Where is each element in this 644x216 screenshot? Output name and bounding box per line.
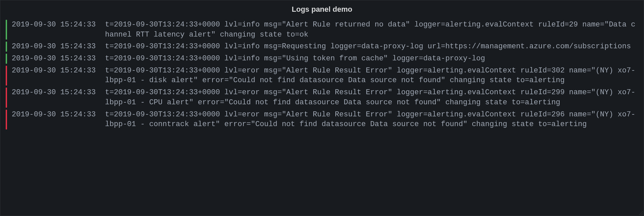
log-timestamp: 2019-09-30 15:24:33	[12, 20, 105, 30]
log-row[interactable]: 2019-09-30 15:24:33 t=2019-09-30T13:24:3…	[6, 110, 638, 129]
log-row[interactable]: 2019-09-30 15:24:33 t=2019-09-30T13:24:3…	[6, 66, 638, 86]
log-timestamp: 2019-09-30 15:24:33	[12, 54, 105, 64]
log-timestamp: 2019-09-30 15:24:33	[12, 88, 105, 98]
log-message: t=2019-09-30T13:24:33+0000 lvl=info msg=…	[105, 20, 638, 40]
log-row[interactable]: 2019-09-30 15:24:33 t=2019-09-30T13:24:3…	[6, 20, 638, 40]
log-timestamp: 2019-09-30 15:24:33	[12, 110, 105, 120]
log-row[interactable]: 2019-09-30 15:24:33 t=2019-09-30T13:24:3…	[6, 54, 638, 64]
log-row[interactable]: 2019-09-30 15:24:33 t=2019-09-30T13:24:3…	[6, 42, 638, 52]
log-level-indicator	[6, 110, 7, 129]
panel-header: Logs panel demo	[0, 0, 644, 17]
logs-container[interactable]: 2019-09-30 15:24:33 t=2019-09-30T13:24:3…	[0, 17, 644, 216]
log-level-indicator	[6, 42, 7, 52]
log-message: t=2019-09-30T13:24:33+0000 lvl=info msg=…	[105, 54, 638, 64]
log-message: t=2019-09-30T13:24:33+0000 lvl=eror msg=…	[105, 88, 638, 107]
log-level-indicator	[6, 20, 7, 40]
log-message: t=2019-09-30T13:24:33+0000 lvl=eror msg=…	[105, 110, 638, 129]
log-timestamp: 2019-09-30 15:24:33	[12, 66, 105, 76]
log-message: t=2019-09-30T13:24:33+0000 lvl=info msg=…	[105, 42, 638, 52]
logs-panel: Logs panel demo 2019-09-30 15:24:33 t=20…	[0, 0, 644, 216]
panel-title[interactable]: Logs panel demo	[292, 5, 352, 13]
resize-handle-icon[interactable]	[639, 211, 643, 215]
log-level-indicator	[6, 54, 7, 64]
log-row[interactable]: 2019-09-30 15:24:33 t=2019-09-30T13:24:3…	[6, 88, 638, 107]
log-level-indicator	[6, 88, 7, 107]
log-level-indicator	[6, 66, 7, 86]
log-message: t=2019-09-30T13:24:33+0000 lvl=eror msg=…	[105, 66, 638, 86]
log-timestamp: 2019-09-30 15:24:33	[12, 42, 105, 52]
